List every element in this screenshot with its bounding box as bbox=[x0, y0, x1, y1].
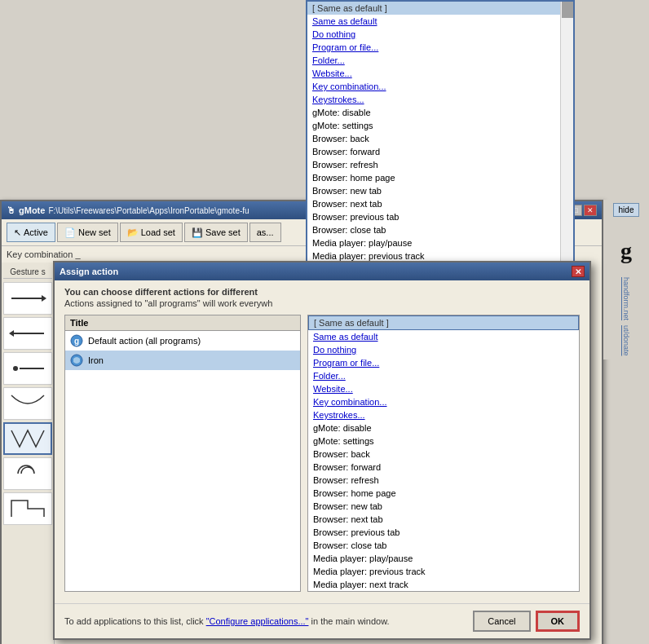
default-action-icon: g bbox=[70, 334, 83, 347]
bg-action-folder[interactable]: Folder... bbox=[307, 54, 560, 67]
gesture-item-5[interactable] bbox=[3, 422, 52, 455]
action-item-media-nexttrack[interactable]: Media player: next track bbox=[308, 578, 579, 591]
action-item-folder[interactable]: Folder... bbox=[308, 369, 579, 382]
assign-dialog: Assign action ✕ You can choose different… bbox=[53, 261, 591, 640]
action-list: [ Same as default ] Same as default Do n… bbox=[308, 315, 579, 592]
action-item-gmote-settings[interactable]: gMote: settings bbox=[308, 434, 579, 448]
g-logo: g bbox=[620, 238, 632, 264]
bg-action-browser-refresh[interactable]: Browser: refresh bbox=[307, 158, 560, 171]
close-button[interactable]: ✕ bbox=[584, 205, 597, 216]
gesture-item-7[interactable] bbox=[3, 492, 52, 525]
action-item-website[interactable]: Website... bbox=[308, 382, 579, 395]
action-item-same-default[interactable]: Same as default bbox=[308, 330, 579, 343]
donate-link[interactable]: ut/donate bbox=[622, 325, 630, 356]
dialog-footer: To add applications to this list, click … bbox=[55, 603, 589, 638]
ok-button[interactable]: OK bbox=[536, 611, 581, 632]
bg-action-gmote-settings[interactable]: gMote: settings bbox=[307, 119, 560, 132]
dialog-subdesc: Actions assigned to "all programs" will … bbox=[64, 298, 580, 308]
programs-table: Title g Default action (all programs) bbox=[64, 315, 301, 592]
svg-marker-1 bbox=[42, 295, 46, 302]
dialog-body: You can choose different actions for dif… bbox=[55, 280, 589, 598]
action-item-media-playpause[interactable]: Media player: play/pause bbox=[308, 552, 579, 565]
bg-action-browser-forward[interactable]: Browser: forward bbox=[307, 145, 560, 158]
handform-link[interactable]: handform.net bbox=[622, 277, 630, 320]
bg-action-browser-newtab[interactable]: Browser: new tab bbox=[307, 184, 560, 197]
gmote-title: 🖱 gMote F:\Utils\Freewares\Portable\Apps… bbox=[7, 205, 249, 215]
dialog-close-button[interactable]: ✕ bbox=[572, 266, 585, 277]
footer-buttons: Cancel OK bbox=[473, 611, 580, 632]
bg-action-website[interactable]: Website... bbox=[307, 67, 560, 80]
gesture-item-1[interactable] bbox=[3, 282, 52, 315]
action-item-browser-newtab[interactable]: Browser: new tab bbox=[308, 500, 579, 513]
gesture-item-4[interactable] bbox=[3, 387, 52, 420]
side-logo-area: g bbox=[620, 238, 632, 264]
action-item-browser-nexttab[interactable]: Browser: next tab bbox=[308, 513, 579, 526]
more-button[interactable]: as... bbox=[249, 223, 281, 242]
bg-action-browser-home[interactable]: Browser: home page bbox=[307, 171, 560, 184]
action-item-key-combo[interactable]: Key combination... bbox=[308, 395, 579, 408]
dialog-title: Assign action bbox=[60, 267, 118, 276]
action-item-default[interactable]: [ Same as default ] bbox=[308, 315, 579, 330]
new-set-icon: 📄 bbox=[64, 227, 76, 238]
iron-icon bbox=[70, 354, 83, 367]
gesture-item-2[interactable] bbox=[3, 317, 52, 350]
bg-action-default[interactable]: [ Same as default ] bbox=[307, 2, 560, 15]
action-item-media-stop[interactable]: Media player: stop bbox=[308, 591, 579, 592]
gmote-path: F:\Utils\Freewares\Portable\Apps\IronPor… bbox=[48, 206, 249, 215]
bg-action-media-playpause[interactable]: Media player: play/pause bbox=[307, 236, 560, 249]
action-item-browser-refresh[interactable]: Browser: refresh bbox=[308, 474, 579, 487]
cancel-button[interactable]: Cancel bbox=[473, 611, 530, 632]
action-item-browser-forward[interactable]: Browser: forward bbox=[308, 461, 579, 474]
bg-action-browser-nexttab[interactable]: Browser: next tab bbox=[307, 197, 560, 210]
action-item-browser-closetab[interactable]: Browser: close tab bbox=[308, 539, 579, 552]
load-set-icon: 📂 bbox=[127, 227, 139, 238]
hide-button[interactable]: hide bbox=[613, 203, 640, 217]
table-header: Title bbox=[65, 315, 300, 331]
gmote-icon: 🖱 bbox=[7, 205, 15, 215]
sidebar-label: Gesture s bbox=[3, 266, 52, 279]
action-item-browser-back[interactable]: Browser: back bbox=[308, 448, 579, 461]
bg-action-same[interactable]: Same as default bbox=[307, 15, 560, 28]
save-set-icon: 💾 bbox=[192, 227, 203, 238]
key-combination-label: Key combination _ bbox=[7, 249, 81, 259]
iron-label: Iron bbox=[88, 355, 104, 365]
bg-action-program[interactable]: Program or file... bbox=[307, 41, 560, 54]
default-action-row[interactable]: g Default action (all programs) bbox=[65, 331, 300, 351]
side-panel: hide g handform.net ut/donate bbox=[603, 200, 649, 359]
action-item-browser-home[interactable]: Browser: home page bbox=[308, 487, 579, 500]
action-list-container[interactable]: [ Same as default ] Same as default Do n… bbox=[307, 315, 580, 592]
action-item-media-prevtrack[interactable]: Media player: previous track bbox=[308, 565, 579, 578]
dialog-desc: You can choose different actions for dif… bbox=[64, 287, 580, 297]
dialog-titlebar: Assign action ✕ bbox=[55, 262, 589, 280]
active-button[interactable]: ↖ Active bbox=[7, 223, 55, 242]
gesture-item-6[interactable] bbox=[3, 457, 52, 490]
svg-point-4 bbox=[13, 366, 18, 371]
action-item-program[interactable]: Program or file... bbox=[308, 356, 579, 369]
action-item-nothing[interactable]: Do nothing bbox=[308, 343, 579, 356]
iron-row[interactable]: Iron bbox=[65, 351, 300, 370]
bg-action-gmote-disable[interactable]: gMote: disable bbox=[307, 106, 560, 119]
gesture-sidebar: Gesture s bbox=[2, 262, 55, 644]
new-set-button[interactable]: 📄 New set bbox=[57, 223, 118, 242]
cursor-icon: ↖ bbox=[14, 227, 21, 238]
bg-action-nothing[interactable]: Do nothing bbox=[307, 28, 560, 41]
dialog-content: Title g Default action (all programs) bbox=[64, 315, 580, 592]
bg-action-keystrokes[interactable]: Keystrokes... bbox=[307, 93, 560, 106]
load-set-button[interactable]: 📂 Load set bbox=[120, 223, 183, 242]
save-set-button[interactable]: 💾 Save set bbox=[184, 223, 248, 242]
action-item-gmote-disable[interactable]: gMote: disable bbox=[308, 421, 579, 434]
default-action-label: Default action (all programs) bbox=[88, 336, 201, 346]
svg-marker-3 bbox=[9, 330, 14, 337]
footer-note: To add applications to this list, click … bbox=[64, 616, 473, 626]
action-item-keystrokes[interactable]: Keystrokes... bbox=[308, 408, 579, 421]
bg-action-key-combo[interactable]: Key combination... bbox=[307, 80, 560, 93]
bg-action-browser-prevtab[interactable]: Browser: previous tab bbox=[307, 210, 560, 223]
bg-action-browser-closetab[interactable]: Browser: close tab bbox=[307, 223, 560, 236]
gesture-item-3[interactable] bbox=[3, 352, 52, 385]
action-item-browser-prevtab[interactable]: Browser: previous tab bbox=[308, 526, 579, 539]
svg-text:g: g bbox=[74, 337, 79, 346]
bg-action-browser-back[interactable]: Browser: back bbox=[307, 132, 560, 145]
